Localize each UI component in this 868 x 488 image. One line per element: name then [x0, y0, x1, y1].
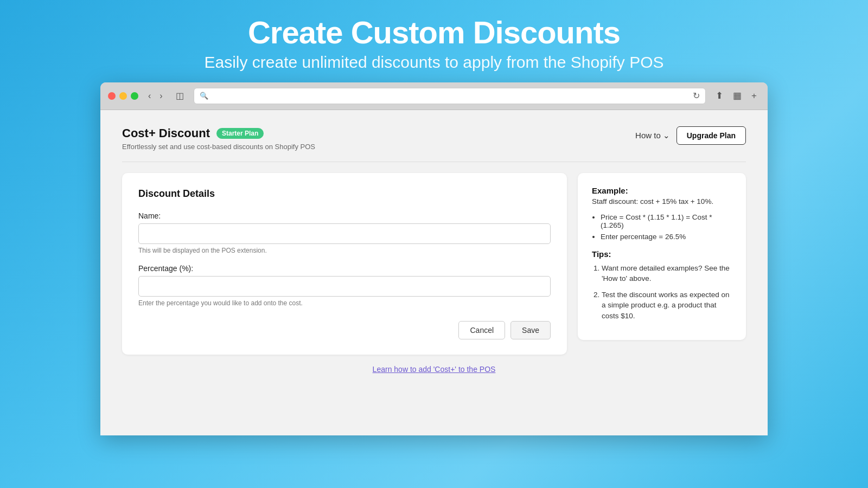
- page-subtitle: Easily create unlimited discounts to app…: [204, 53, 663, 72]
- form-buttons: Cancel Save: [138, 321, 551, 339]
- discount-form-panel: Discount Details Name: This will be disp…: [122, 173, 567, 355]
- browser-toolbar: ‹ › ◫ 🔍 ↻ ⬆ ▦ +: [100, 82, 768, 110]
- reload-button[interactable]: ↻: [693, 91, 700, 101]
- back-button[interactable]: ‹: [145, 89, 154, 102]
- app-actions: How to ⌄ Upgrade Plan: [635, 126, 746, 145]
- example-title: Example:: [592, 186, 732, 195]
- nav-buttons: ‹ ›: [145, 89, 166, 102]
- app-title-row: Cost+ Discount Starter Plan: [122, 126, 315, 140]
- app-title: Cost+ Discount: [122, 126, 210, 140]
- share-button[interactable]: ⬆: [712, 88, 726, 103]
- percentage-input[interactable]: [138, 276, 551, 297]
- page-title: Create Custom Discounts: [204, 15, 663, 50]
- page-header: Create Custom Discounts Easily create un…: [204, 0, 663, 82]
- example-bullets-list: Price = Cost * (1.15 * 1.1) = Cost * (1.…: [601, 213, 732, 241]
- tabs-button[interactable]: ▦: [730, 88, 745, 103]
- address-bar[interactable]: 🔍 ↻: [194, 88, 706, 104]
- form-title: Discount Details: [138, 188, 551, 200]
- tip-2: Test the discount works as expected on a…: [602, 290, 732, 322]
- new-tab-button[interactable]: +: [748, 89, 760, 103]
- percentage-help-text: Enter the percentage you would like to a…: [138, 299, 551, 307]
- plan-badge: Starter Plan: [216, 128, 264, 139]
- how-to-button[interactable]: How to ⌄: [635, 131, 670, 140]
- name-help-text: This will be displayed on the POS extens…: [138, 247, 551, 254]
- save-button[interactable]: Save: [510, 321, 551, 339]
- example-panel: Example: Staff discount: cost + 15% tax …: [578, 173, 746, 340]
- name-field-group: Name: This will be displayed on the POS …: [138, 211, 551, 254]
- search-icon: 🔍: [200, 92, 208, 100]
- name-input[interactable]: [138, 223, 551, 244]
- close-button[interactable]: [108, 92, 116, 100]
- percentage-field-group: Percentage (%): Enter the percentage you…: [138, 264, 551, 307]
- app-header: Cost+ Discount Starter Plan Effortlessly…: [122, 126, 746, 151]
- maximize-button[interactable]: [131, 92, 138, 100]
- cancel-button[interactable]: Cancel: [458, 321, 505, 339]
- tips-title: Tips:: [592, 249, 732, 259]
- chevron-down-icon: ⌄: [663, 131, 670, 140]
- browser-content: Cost+ Discount Starter Plan Effortlessly…: [100, 110, 768, 435]
- url-input[interactable]: [213, 92, 688, 100]
- app-title-area: Cost+ Discount Starter Plan Effortlessly…: [122, 126, 315, 151]
- tips-list: Want more detailed examples? See the 'Ho…: [602, 263, 732, 322]
- learn-how-link[interactable]: Learn how to add 'Cost+' to the POS: [373, 365, 496, 374]
- panels-container: Discount Details Name: This will be disp…: [122, 173, 746, 355]
- example-description: Staff discount: cost + 15% tax + 10%.: [592, 197, 732, 206]
- how-to-label: How to: [635, 131, 661, 140]
- browser-actions: ⬆ ▦ +: [712, 88, 760, 103]
- traffic-lights: [108, 92, 138, 100]
- percentage-label: Percentage (%):: [138, 264, 551, 273]
- upgrade-plan-button[interactable]: Upgrade Plan: [676, 126, 746, 145]
- tip-1: Want more detailed examples? See the 'Ho…: [602, 263, 732, 284]
- app-subtitle: Effortlessly set and use cost-based disc…: [122, 143, 315, 151]
- section-divider: [122, 162, 746, 162]
- example-bullet-2: Enter percentage = 26.5%: [601, 233, 732, 241]
- name-label: Name:: [138, 211, 551, 220]
- minimize-button[interactable]: [119, 92, 127, 100]
- forward-button[interactable]: ›: [156, 89, 165, 102]
- browser-window: ‹ › ◫ 🔍 ↻ ⬆ ▦ + Cost+ Discount Starter P…: [100, 82, 768, 435]
- example-bullet-1: Price = Cost * (1.15 * 1.1) = Cost * (1.…: [601, 213, 732, 229]
- sidebar-toggle-button[interactable]: ◫: [173, 89, 187, 102]
- footer-link-container: Learn how to add 'Cost+' to the POS: [122, 364, 746, 374]
